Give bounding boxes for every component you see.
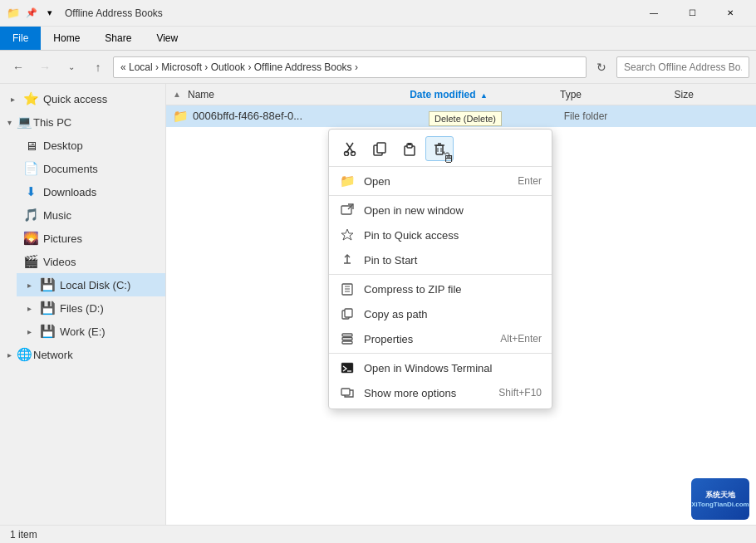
cm-properties-label: Properties — [364, 333, 492, 345]
cm-sep-1 — [329, 195, 552, 196]
cm-open-terminal-label: Open in Windows Terminal — [364, 362, 542, 374]
properties-icon — [339, 330, 356, 347]
open-icon: 📁 — [339, 173, 356, 189]
delete-button[interactable]: 🖱 — [425, 136, 454, 161]
pin-start-icon — [339, 252, 356, 268]
cm-open-label: Open — [364, 175, 509, 188]
pin-quick-icon — [339, 227, 356, 243]
cm-open-terminal[interactable]: Open in Windows Terminal — [329, 355, 552, 380]
cm-properties-shortcut: Alt+Enter — [500, 333, 542, 345]
compress-icon — [339, 281, 356, 297]
cm-open-new-window-label: Open in new window — [364, 204, 533, 217]
cm-pin-start[interactable]: Pin to Start — [329, 247, 552, 272]
more-options-icon — [339, 384, 356, 401]
svg-rect-26 — [342, 338, 352, 340]
cm-open-shortcut: Enter — [518, 175, 542, 187]
svg-point-2 — [345, 152, 349, 156]
svg-rect-8 — [408, 143, 411, 145]
cm-sep-2 — [329, 274, 552, 275]
toolbar-strip: 🖱 — [329, 133, 552, 167]
svg-marker-16 — [341, 229, 353, 240]
cm-compress-label: Compress to ZIP file — [364, 283, 542, 296]
svg-rect-24 — [345, 309, 352, 317]
svg-rect-5 — [377, 143, 385, 153]
terminal-icon — [339, 360, 356, 376]
cm-properties[interactable]: Properties Alt+Enter — [329, 326, 552, 351]
new-window-icon — [339, 202, 356, 218]
svg-rect-27 — [342, 341, 352, 344]
delete-tooltip: Delete (Delete) — [429, 111, 502, 126]
cm-sep-3 — [329, 353, 552, 354]
context-menu: Delete (Delete) — [328, 129, 552, 409]
cut-button[interactable] — [336, 136, 364, 161]
cm-pin-quick[interactable]: Pin to Quick access — [329, 223, 552, 247]
context-menu-overlay[interactable]: Delete (Delete) — [0, 0, 756, 543]
svg-line-15 — [348, 204, 353, 209]
svg-rect-25 — [342, 334, 352, 336]
paste-button[interactable] — [395, 136, 424, 161]
cm-more-options-shortcut: Shift+F10 — [498, 387, 542, 399]
cm-pin-quick-label: Pin to Quick access — [364, 229, 542, 242]
copy-button[interactable] — [366, 136, 394, 161]
cm-open-new-window[interactable]: Open in new window — [329, 198, 552, 223]
cm-pin-start-label: Pin to Start — [364, 254, 542, 267]
cm-open[interactable]: 📁 Open Enter — [329, 169, 552, 193]
cm-compress[interactable]: Compress to ZIP file — [329, 276, 552, 301]
cm-more-options-label: Show more options — [364, 387, 490, 399]
copy-path-icon — [339, 306, 356, 322]
cm-copy-path-label: Copy as path — [364, 308, 542, 320]
svg-rect-30 — [341, 389, 350, 395]
svg-point-3 — [351, 152, 356, 156]
cm-copy-path[interactable]: Copy as path — [329, 301, 552, 326]
cm-more-options[interactable]: Show more options Shift+F10 — [329, 380, 552, 405]
svg-rect-9 — [436, 145, 443, 154]
